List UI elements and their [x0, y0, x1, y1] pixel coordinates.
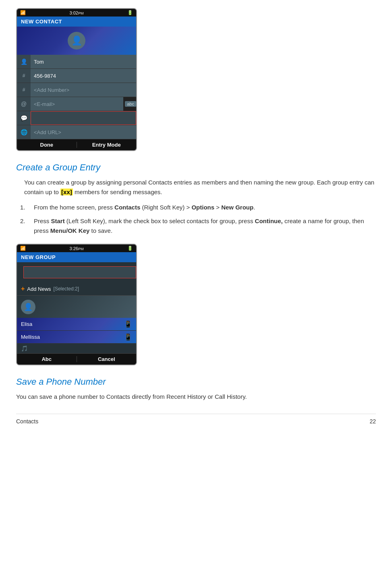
step-number-1: 1.: [20, 203, 29, 212]
name-field-value: Tom: [31, 55, 136, 68]
group-avatar: 👤: [21, 300, 35, 314]
group-status-time: 3:26PM: [70, 246, 84, 251]
status-bar: 📶 3:02PM 🔋: [17, 9, 136, 17]
contact-mellissa: Mellissa 📱: [17, 331, 136, 344]
elisa-phone-icon: 📱: [124, 320, 132, 328]
section-paragraph: You can create a group by assigning pers…: [16, 178, 376, 197]
options-bold: Options: [191, 204, 214, 211]
step-1: 1. From the home screen, press Contacts …: [16, 203, 376, 212]
group-name-area: [17, 262, 136, 282]
phone-field-value: 456-9874: [31, 69, 136, 83]
start-bold: Start: [51, 218, 65, 224]
battery-icon: 🔋: [127, 10, 133, 15]
page-footer: Contacts 22: [16, 414, 376, 425]
group-status-bar: 📶 3:26PM 🔋: [17, 245, 136, 252]
section-heading-create-group: Create a Group Entry: [16, 162, 376, 173]
softkeys-bar: Done Entry Mode: [17, 139, 136, 150]
phone-hash-icon: #: [17, 69, 31, 83]
message-field-row: 💬: [17, 111, 136, 125]
input-mode-badge: abc: [125, 101, 136, 107]
entry-mode-softkey[interactable]: Entry Mode: [77, 142, 137, 148]
footer-section-label: Contacts: [16, 418, 38, 425]
url-field-row: 🌐 <Add URL>: [17, 125, 136, 139]
message-icon: 💬: [17, 111, 31, 125]
globe-icon: 🌐: [17, 125, 31, 139]
menu-ok-bold: Menu/OK Key: [50, 227, 90, 234]
section-heading-save-phone: Save a Phone Number: [16, 377, 376, 387]
cancel-softkey[interactable]: Cancel: [77, 356, 137, 362]
contact-avatar-small: 👤: [17, 296, 136, 318]
add-phone-icon: #: [17, 83, 31, 97]
contacts-bold: Contacts: [114, 204, 140, 211]
step-2-text: Press Start (Left Soft Key), mark the ch…: [34, 216, 376, 236]
phone-field-row: # 456-9874: [17, 69, 136, 83]
abc-softkey[interactable]: Abc: [17, 356, 77, 362]
new-group-bold: New Group: [221, 204, 253, 211]
avatar: 👤: [68, 32, 85, 50]
group-contacts-list: Elisa 📱 Mellissa 📱: [17, 318, 136, 344]
new-contact-phone: 📶 3:02PM 🔋 NEW CONTACT 👤 👤 Tom # 456-987…: [16, 8, 137, 151]
name-field-row: 👤 Tom: [17, 55, 136, 69]
status-time: 3:02PM: [70, 10, 84, 15]
step-2: 2. Press Start (Left Soft Key), mark the…: [16, 216, 376, 236]
selected-badge: [Selected:2]: [54, 286, 79, 292]
at-icon: @: [17, 97, 31, 111]
ringtone-row: 🎵: [17, 344, 136, 354]
contact-elisa: Elisa 📱: [17, 318, 136, 331]
mellissa-name: Mellissa: [21, 334, 40, 340]
continue-bold: Continue,: [255, 218, 283, 224]
highlight-xx: [xx]: [60, 189, 73, 195]
section-save-phone: Save a Phone Number You can save a phone…: [16, 377, 376, 402]
avatar-area: 👤: [17, 27, 136, 55]
group-softkeys-bar: Abc Cancel: [17, 354, 136, 365]
steps-list: 1. From the home screen, press Contacts …: [16, 203, 376, 236]
email-field-value: <E-mail>: [31, 97, 123, 111]
ringtone-icon: 🎵: [21, 345, 28, 352]
add-news-row[interactable]: + Add News [Selected:2]: [17, 282, 136, 296]
section-create-group: Create a Group Entry You can create a gr…: [16, 162, 376, 236]
plus-icon: +: [21, 285, 25, 292]
mellissa-phone-icon: 📱: [124, 333, 132, 341]
save-phone-text: You can save a phone number to Contacts …: [16, 392, 376, 402]
message-field-value: [31, 111, 136, 125]
add-news-label: Add News: [27, 286, 51, 292]
elisa-name: Elisa: [21, 321, 32, 327]
new-group-phone: 📶 3:26PM 🔋 NEW GROUP + Add News [Selecte…: [16, 244, 137, 365]
url-field-value: <Add URL>: [31, 125, 136, 139]
group-name-field[interactable]: [23, 266, 136, 278]
signal-icon: 📶: [20, 10, 26, 15]
phone-title-bar: NEW CONTACT: [17, 17, 136, 27]
person-icon: 👤: [17, 55, 31, 68]
add-number-field: <Add Number>: [31, 83, 136, 97]
footer-page-number: 22: [369, 418, 376, 425]
step-number-2: 2.: [20, 216, 29, 236]
group-battery-icon: 🔋: [127, 246, 133, 251]
add-number-row: # <Add Number>: [17, 83, 136, 97]
done-softkey[interactable]: Done: [17, 142, 77, 148]
step-1-text: From the home screen, press Contacts (Ri…: [34, 203, 255, 212]
group-title-bar: NEW GROUP: [17, 252, 136, 262]
email-field-row: @ <E-mail> abc: [17, 97, 136, 111]
group-signal-icon: 📶: [20, 246, 26, 251]
contact-fields: 👤 Tom # 456-9874 # <Add Number> @ <E-mai…: [17, 55, 136, 139]
